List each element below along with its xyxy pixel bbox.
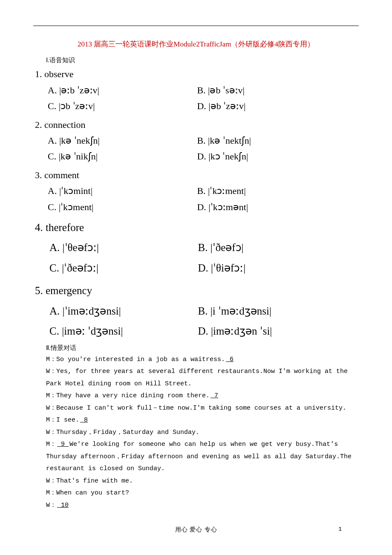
dlg-7: M： 9 We're looking for someone who can h… — [46, 439, 359, 475]
dlg-9-text: M：When can you start? — [46, 489, 129, 497]
dlg-8: W：That's fine with me. — [46, 475, 359, 488]
dlg-10: W： 10 — [46, 500, 359, 512]
blank-9: 9 — [56, 441, 69, 448]
q3-option-d: D. |ˈkɔːmənt| — [197, 199, 346, 215]
q5-option-a: A. |ˈiməːdʒənsi| — [49, 301, 198, 321]
dlg-6: W：Thursday，Friday，Saturday and Sunday. — [46, 427, 359, 439]
dlg-1: M：So you're interested in a job as a wai… — [46, 354, 359, 366]
page-footer: 用心 爱心 专心 1 — [33, 526, 359, 534]
question-4: 4. therefore A. |ˈθeəfɔː| B. |ˈðeəfɔ| C.… — [35, 217, 359, 278]
page-number: 1 — [338, 526, 342, 532]
q5-option-c: C. |iməː ˈdʒənsi| — [49, 321, 198, 341]
q2-option-a: A. |kə ˈnekʃn| — [48, 133, 197, 148]
dlg-6-text: W：Thursday，Friday，Saturday and Sunday. — [46, 429, 199, 436]
top-rule — [33, 26, 359, 26]
q2-option-c: C. |kə ˈnikʃn| — [48, 148, 197, 164]
q3-option-c: C. |ˈkɔment| — [48, 199, 197, 215]
question-3: 3. comment A. |ˈkɔmint| B. |ˈkɔːment| C.… — [35, 167, 359, 215]
q2-option-d: D. |kɔ ˈnekʃn| — [197, 148, 346, 164]
q1-option-d: D. |əb ˈzəːv| — [197, 98, 346, 114]
footer-motto: 用心 爱心 专心 — [175, 526, 217, 533]
dlg-5: M：I see. 8 — [46, 414, 359, 427]
dlg-4-text: W：Because I can't work full－time now.I'm… — [46, 405, 346, 412]
q1-option-c: C. |ɔb ˈzəːv| — [48, 98, 197, 114]
dlg-2-text: W：Yes, for three years at several differ… — [46, 368, 348, 387]
dlg-7-prefix: M： — [46, 441, 56, 448]
question-1: 1. observe A. |əːb ˈzəːv| B. |əb ˈsəːv| … — [35, 66, 359, 114]
q3-head: 3. comment — [35, 167, 359, 183]
blank-6: 6 — [225, 356, 234, 363]
dlg-8-text: W：That's fine with me. — [46, 477, 133, 485]
q4-option-c: C. |ˈðeəfɔː| — [49, 258, 198, 278]
q1-head: 1. observe — [35, 66, 359, 82]
question-5: 5. emergency A. |ˈiməːdʒənsi| B. |i ˈməː… — [35, 280, 359, 341]
q3-option-b: B. |ˈkɔːment| — [197, 183, 346, 199]
dlg-10-prefix: W： — [46, 502, 56, 509]
section-1-heading: Ⅰ.语音知识 — [46, 56, 359, 64]
section-2-heading: Ⅱ.情景对话 — [46, 344, 359, 352]
q4-option-d: D. |ˈθiəfɔː| — [198, 258, 346, 278]
dlg-2: W：Yes, for three years at several differ… — [46, 366, 359, 390]
q5-option-d: D. |iməːdʒən ˈsi| — [198, 321, 346, 341]
dlg-9: M：When can you start? — [46, 487, 359, 500]
blank-8: 8 — [79, 416, 89, 424]
q2-head: 2. connection — [35, 117, 359, 133]
q5-head: 5. emergency — [35, 280, 359, 301]
q2-option-b: B. |kə ˈnektʃn| — [197, 133, 346, 148]
dlg-7-text: We're looking for someone who can help u… — [46, 441, 352, 472]
dlg-3: M：They have a very nice dining room ther… — [46, 390, 359, 402]
q4-head: 4. therefore — [35, 217, 359, 238]
question-2: 2. connection A. |kə ˈnekʃn| B. |kə ˈnek… — [35, 117, 359, 165]
document-title: 2013 届高三一轮英语课时作业Module2TrafficJam（外研版必修4… — [42, 36, 350, 52]
q3-option-a: A. |ˈkɔmint| — [48, 183, 197, 199]
page-container: 2013 届高三一轮英语课时作业Module2TrafficJam（外研版必修4… — [0, 0, 392, 551]
q4-option-a: A. |ˈθeəfɔː| — [49, 237, 198, 258]
blank-7: 7 — [210, 392, 219, 399]
q5-option-b: B. |i ˈməːdʒənsi| — [198, 301, 346, 321]
q1-option-b: B. |əb ˈsəːv| — [197, 82, 346, 98]
dlg-4: W：Because I can't work full－time now.I'm… — [46, 402, 359, 415]
q1-option-a: A. |əːb ˈzəːv| — [48, 82, 197, 98]
dlg-1-text: M：So you're interested in a job as a wai… — [46, 356, 225, 363]
q4-option-b: B. |ˈðeəfɔ| — [198, 237, 346, 258]
dlg-5-text: M：I see. — [46, 416, 79, 424]
blank-10: 10 — [56, 502, 69, 509]
dlg-3-text: M：They have a very nice dining room ther… — [46, 392, 210, 399]
dialogue: M：So you're interested in a job as a wai… — [33, 354, 359, 512]
